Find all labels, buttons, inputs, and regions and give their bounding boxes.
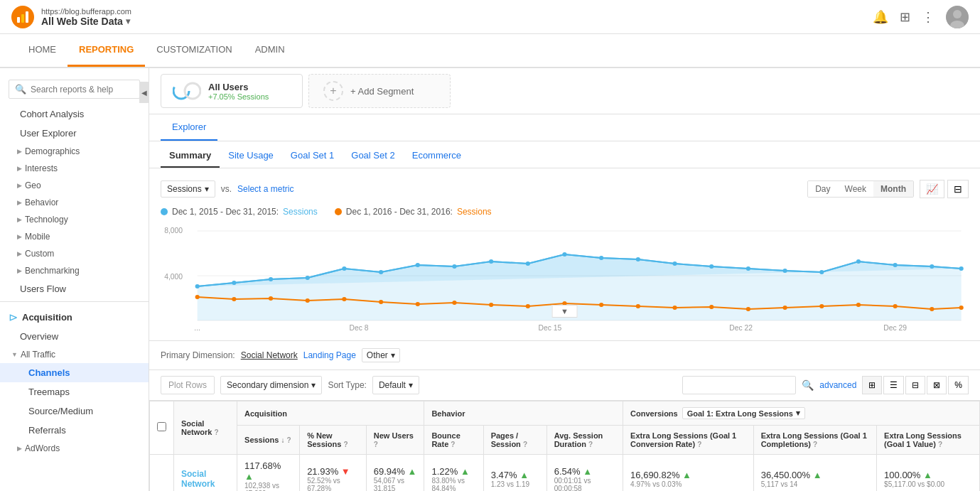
- select-metric-link[interactable]: Select a metric: [237, 184, 294, 194]
- legend-dot-blue: [161, 208, 168, 215]
- svg-point-39: [342, 297, 346, 301]
- sidebar-item-user-explorer[interactable]: User Explorer: [0, 124, 149, 143]
- sidebar-item-interests[interactable]: ▶ Interests: [0, 160, 149, 177]
- col-goal-comp: Extra Long Sessions (Goal 1 Completions)…: [753, 426, 876, 455]
- segment-name: All Users: [208, 82, 269, 92]
- sidebar-item-technology[interactable]: ▶ Technology: [0, 211, 149, 228]
- acquisition-section-header[interactable]: ⊳ Acquisition: [0, 305, 149, 327]
- goal-conv-help[interactable]: ?: [697, 441, 701, 448]
- sidebar-item-users-flow[interactable]: Users Flow: [0, 279, 149, 298]
- svg-point-35: [195, 295, 200, 299]
- new-sessions-sub: 52.52% vs 67.28%: [307, 477, 359, 492]
- day-btn[interactable]: Day: [808, 181, 837, 197]
- metric-select[interactable]: Sessions ▾: [161, 180, 215, 198]
- goal-comp-sub: 5,117 vs 14: [761, 480, 869, 488]
- sub-tab-goal-set-2[interactable]: Goal Set 2: [343, 144, 403, 168]
- svg-point-42: [452, 301, 456, 305]
- select-all-checkbox[interactable]: [157, 422, 166, 431]
- sessions-sort[interactable]: ↓: [281, 436, 284, 444]
- nav-reporting[interactable]: REPORTING: [68, 34, 145, 67]
- sub-tab-site-usage[interactable]: Site Usage: [220, 144, 282, 168]
- search-input[interactable]: [31, 85, 134, 95]
- col-sessions: Sessions ↓ ?: [237, 426, 300, 455]
- new-sessions-help[interactable]: ?: [344, 441, 348, 448]
- bar-chart-btn[interactable]: ⊟: [947, 180, 969, 198]
- apps-icon[interactable]: ⊞: [900, 9, 910, 25]
- plot-rows-button[interactable]: Plot Rows: [161, 376, 215, 394]
- sidebar-item-cohort[interactable]: Cohort Analysis: [0, 104, 149, 124]
- chart-expand-btn[interactable]: ▼: [551, 305, 578, 318]
- avg-session-pct: 6.54% ▲: [554, 466, 615, 477]
- pages-help[interactable]: ?: [523, 441, 527, 448]
- table-view-grid[interactable]: ⊞: [862, 376, 882, 394]
- nav-home[interactable]: HOME: [17, 34, 68, 67]
- goal-comp-help[interactable]: ?: [813, 441, 817, 448]
- table-view-pivot[interactable]: ⊟: [905, 376, 925, 394]
- technology-label: Technology: [25, 215, 68, 225]
- notifications-icon[interactable]: 🔔: [873, 9, 888, 25]
- nav-admin[interactable]: ADMIN: [244, 34, 296, 67]
- tab-explorer[interactable]: Explorer: [161, 114, 217, 141]
- line-chart-btn[interactable]: 📈: [920, 180, 944, 198]
- goal-value-help[interactable]: ?: [938, 441, 942, 448]
- new-users-help[interactable]: ?: [374, 441, 378, 448]
- adwords-label: AdWords: [25, 443, 60, 453]
- table-view-list[interactable]: ☰: [883, 376, 904, 394]
- table-search-input[interactable]: [682, 376, 796, 394]
- avatar[interactable]: [946, 6, 969, 28]
- table-search-icon[interactable]: 🔍: [802, 379, 814, 391]
- col-new-sessions: % New Sessions ?: [300, 426, 367, 455]
- bounce-help[interactable]: ?: [451, 441, 455, 448]
- prim-dim-label: Primary Dimension:: [161, 350, 235, 360]
- chart-legend: Dec 1, 2015 - Dec 31, 2015: Sessions Dec…: [161, 207, 969, 217]
- week-btn[interactable]: Week: [838, 181, 873, 197]
- social-network-help[interactable]: ?: [214, 428, 218, 436]
- sidebar-item-all-traffic[interactable]: ▼ All Traffic: [0, 346, 149, 363]
- more-icon[interactable]: ⋮: [922, 9, 935, 25]
- sidebar-item-mobile[interactable]: ▶ Mobile: [0, 228, 149, 245]
- sidebar-item-channels[interactable]: Channels: [0, 363, 149, 382]
- pages-up-arrow: ▲: [519, 470, 529, 480]
- sidebar-item-custom[interactable]: ▶ Custom: [0, 245, 149, 262]
- custom-arrow: ▶: [17, 250, 22, 257]
- sidebar-item-demographics[interactable]: ▶ Demographics: [0, 143, 149, 160]
- sidebar-item-overview[interactable]: Overview: [0, 327, 149, 346]
- svg-point-27: [709, 264, 714, 269]
- sidebar-item-adwords[interactable]: ▶ AdWords: [0, 440, 149, 457]
- sub-tab-summary[interactable]: Summary: [161, 144, 220, 168]
- table-controls: Plot Rows Secondary dimension ▾ Sort Typ…: [149, 370, 980, 401]
- table-view-percent[interactable]: %: [948, 376, 969, 394]
- svg-point-32: [893, 263, 898, 267]
- svg-point-48: [672, 306, 677, 310]
- month-btn[interactable]: Month: [873, 181, 913, 197]
- sort-default-select[interactable]: Default ▾: [372, 376, 419, 394]
- sidebar-item-benchmarking[interactable]: ▶ Benchmarking: [0, 262, 149, 279]
- sidebar-item-source-medium[interactable]: Source/Medium: [0, 401, 149, 421]
- avg-session-help[interactable]: ?: [588, 441, 593, 448]
- summary-goal-value: 100.00% ▲ $5,117.00 vs $0.00: [877, 455, 980, 492]
- main-content: ◀ All Users +7.05% Sessions +: [149, 68, 980, 491]
- sidebar-item-treemaps[interactable]: Treemaps: [0, 382, 149, 401]
- col-pages-session: Pages / Session ?: [483, 426, 546, 455]
- topbar-site[interactable]: All Web Site Data ▾: [41, 16, 131, 27]
- svg-point-21: [489, 259, 493, 264]
- sessions-help[interactable]: ?: [286, 436, 291, 444]
- nav-customization[interactable]: CUSTOMIZATION: [145, 34, 243, 67]
- prim-dim-landing-page[interactable]: Landing Page: [303, 350, 356, 360]
- sidebar-item-behavior[interactable]: ▶ Behavior: [0, 194, 149, 211]
- sidebar-item-referrals[interactable]: Referrals: [0, 421, 149, 440]
- new-users-up-arrow: ▲: [407, 466, 416, 477]
- secondary-dim-select[interactable]: Secondary dimension ▾: [220, 376, 322, 394]
- add-segment-box[interactable]: + + Add Segment: [308, 74, 451, 108]
- table-controls-right: 🔍 advanced ⊞ ☰ ⊟ ⊠ %: [682, 376, 969, 394]
- sidebar-item-geo[interactable]: ▶ Geo: [0, 177, 149, 194]
- svg-point-24: [599, 256, 603, 260]
- sub-tab-goal-set-1[interactable]: Goal Set 1: [282, 144, 343, 168]
- goal-select[interactable]: Goal 1: Extra Long Sessions ▾: [682, 407, 805, 419]
- interests-label: Interests: [25, 163, 58, 173]
- prim-dim-other[interactable]: Other ▾: [362, 348, 400, 362]
- table-view-custom[interactable]: ⊠: [927, 376, 947, 394]
- advanced-link[interactable]: advanced: [819, 380, 856, 390]
- prim-dim-social-network[interactable]: Social Network: [241, 350, 298, 360]
- sub-tab-ecommerce[interactable]: Ecommerce: [404, 144, 470, 168]
